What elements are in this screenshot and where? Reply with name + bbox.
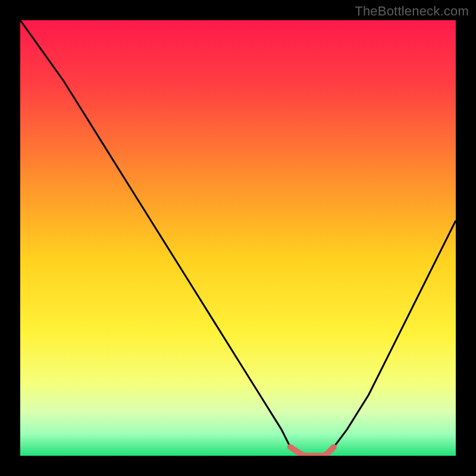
chart-svg — [20, 20, 456, 456]
gradient-background — [20, 20, 456, 456]
chart-frame: TheBottleneck.com — [0, 0, 476, 476]
plot-area — [20, 20, 456, 456]
watermark-text: TheBottleneck.com — [355, 4, 469, 19]
